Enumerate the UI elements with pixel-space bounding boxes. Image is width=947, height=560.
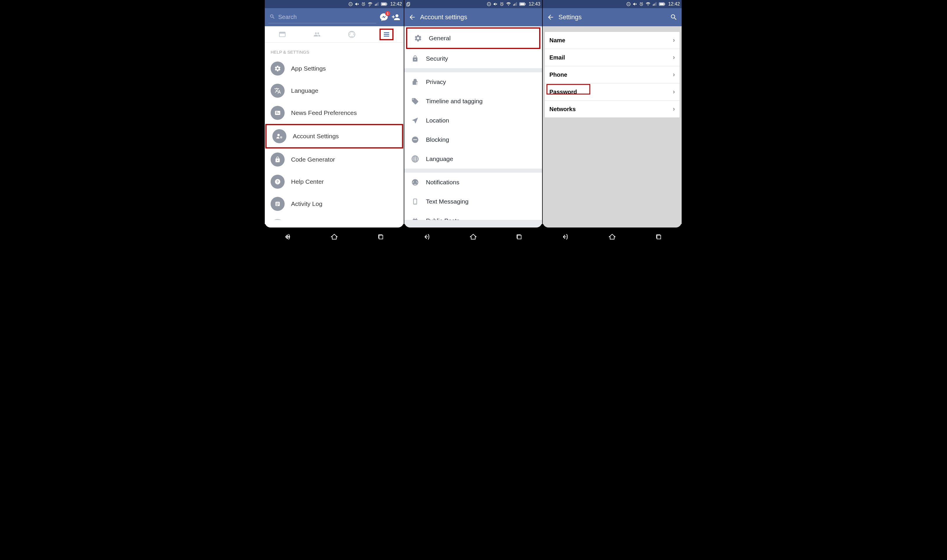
globe-icon: [411, 178, 420, 187]
svg-rect-34: [513, 5, 514, 6]
setting-label: Location: [426, 117, 449, 124]
back-button[interactable]: [409, 14, 416, 21]
setting-label: General: [429, 35, 451, 42]
chevron-right-icon: ›: [673, 71, 675, 78]
search-button[interactable]: [670, 14, 677, 21]
svg-rect-10: [381, 3, 386, 5]
setting-security[interactable]: Security: [404, 49, 542, 68]
setting-label: Timeline and tagging: [426, 98, 483, 105]
settings-card: Name › Email › Phone › Password › Networ…: [544, 31, 680, 118]
setting-location[interactable]: Location: [404, 111, 542, 130]
svg-rect-42: [416, 83, 418, 83]
signal-icon: [652, 2, 657, 6]
dnd-icon: [348, 2, 353, 6]
svg-rect-61: [655, 3, 655, 6]
search-box[interactable]: [268, 11, 376, 23]
menu-account-settings[interactable]: Account Settings: [265, 124, 403, 148]
setting-label: Privacy: [426, 78, 446, 85]
svg-rect-12: [279, 32, 285, 34]
header: Settings: [543, 8, 682, 26]
menu-activity-log[interactable]: Activity Log: [265, 193, 404, 215]
tab-friends[interactable]: [310, 29, 324, 40]
status-bar: 12:43: [404, 0, 542, 8]
location-icon: [411, 116, 420, 125]
svg-rect-60: [654, 4, 654, 6]
svg-rect-62: [655, 2, 656, 6]
svg-rect-16: [384, 35, 389, 37]
setting-blocking[interactable]: Blocking: [404, 130, 542, 149]
chevron-right-icon: ›: [673, 54, 675, 61]
menu-label: App Settings: [291, 65, 326, 72]
section-header: HELP & SETTINGS: [265, 43, 404, 57]
nav-back[interactable]: [560, 231, 572, 243]
menu-language[interactable]: Language: [265, 80, 404, 102]
svg-rect-66: [657, 235, 661, 239]
row-password[interactable]: Password ›: [545, 83, 680, 101]
setting-label: Notifications: [426, 179, 459, 186]
tab-news-feed[interactable]: [275, 29, 289, 40]
feed-icon: [271, 106, 285, 120]
phone-icon: [411, 197, 420, 206]
lock-icon: [271, 152, 285, 166]
battery-icon: [659, 2, 665, 6]
nav-home[interactable]: [329, 231, 340, 243]
menu-code-generator[interactable]: Code Generator: [265, 148, 404, 171]
row-email[interactable]: Email ›: [545, 49, 680, 66]
menu-help-center[interactable]: ? Help Center: [265, 171, 404, 193]
mute-icon: [355, 2, 359, 6]
globe-icon: [411, 155, 420, 163]
nav-home[interactable]: [467, 231, 479, 243]
svg-rect-30: [407, 3, 409, 6]
messenger-button[interactable]: 1: [379, 12, 389, 22]
setting-language[interactable]: Language: [404, 149, 542, 169]
svg-rect-15: [384, 34, 389, 35]
menu-app-settings[interactable]: App Settings: [265, 57, 404, 80]
chevron-right-icon: ›: [673, 88, 675, 96]
screen-curve: [265, 224, 404, 229]
menu-news-feed-prefs[interactable]: News Feed Preferences: [265, 102, 404, 124]
svg-rect-9: [387, 3, 387, 5]
screen-account-settings: 12:43 Account settings General Security …: [404, 0, 543, 245]
setting-text-messaging[interactable]: Text Messaging: [404, 192, 542, 211]
nav-recent[interactable]: [653, 231, 665, 243]
facebook-header: 1: [265, 8, 404, 26]
setting-general[interactable]: General: [406, 28, 540, 49]
nav-home[interactable]: [606, 231, 618, 243]
gear-icon: [271, 62, 285, 75]
row-name[interactable]: Name ›: [545, 32, 680, 49]
back-button[interactable]: [547, 14, 554, 21]
translate-icon: [271, 84, 285, 98]
setting-privacy[interactable]: Privacy: [404, 72, 542, 92]
tag-icon: [411, 97, 420, 106]
setting-timeline[interactable]: Timeline and tagging: [404, 92, 542, 111]
nav-back[interactable]: [282, 231, 294, 243]
nav-back[interactable]: [421, 231, 433, 243]
general-settings-body: Name › Email › Phone › Password › Networ…: [543, 26, 682, 224]
list-icon: [271, 197, 285, 211]
search-input[interactable]: [278, 14, 375, 20]
svg-rect-26: [276, 204, 279, 205]
setting-notifications[interactable]: Notifications: [404, 173, 542, 192]
menu-label: Account Settings: [293, 133, 339, 140]
menu-content: HELP & SETTINGS App Settings Language Ne…: [265, 43, 404, 224]
row-phone[interactable]: Phone ›: [545, 66, 680, 83]
wifi-icon: ⇅: [367, 2, 373, 6]
tab-menu[interactable]: [379, 29, 393, 40]
tab-notifications[interactable]: [345, 29, 359, 40]
svg-rect-4: [375, 5, 375, 6]
svg-rect-37: [516, 2, 517, 6]
row-label: Name: [549, 37, 565, 44]
svg-rect-14: [384, 32, 389, 33]
svg-rect-1: [350, 4, 352, 4]
nav-recent[interactable]: [375, 231, 387, 243]
row-label: Password: [549, 89, 577, 95]
menu-label: News Feed Preferences: [291, 109, 357, 116]
friend-requests-button[interactable]: [392, 13, 400, 22]
status-time: 12:42: [390, 2, 402, 7]
row-networks[interactable]: Networks ›: [545, 101, 680, 117]
mute-icon: [493, 2, 498, 6]
svg-point-53: [415, 203, 415, 204]
row-label: Phone: [549, 71, 567, 78]
svg-point-21: [281, 137, 282, 138]
nav-recent[interactable]: [513, 231, 525, 243]
